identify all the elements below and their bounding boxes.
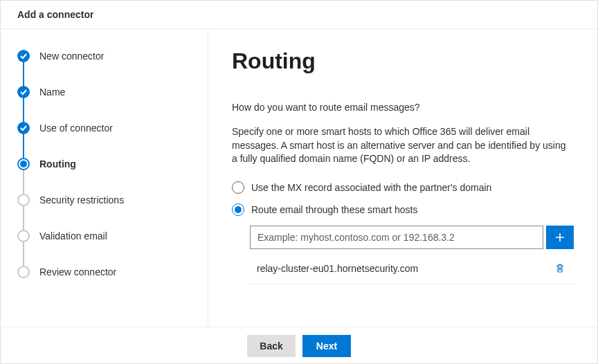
radio-label: Use the MX record associated with the pa… <box>251 182 491 193</box>
step-review-connector[interactable]: Review connector <box>17 266 191 278</box>
step-connector <box>23 206 24 230</box>
future-step-icon <box>17 266 30 278</box>
step-label: Routing <box>39 158 76 170</box>
back-button[interactable]: Back <box>247 335 296 357</box>
wizard-body: New connector Name Use of connector Rout… <box>1 29 597 327</box>
radio-option-mx[interactable]: Use the MX record associated with the pa… <box>232 181 574 194</box>
plus-icon <box>554 232 565 243</box>
trash-icon <box>554 263 565 274</box>
step-connector <box>23 170 24 194</box>
step-label: New connector <box>39 51 104 62</box>
check-circle-icon <box>17 122 30 134</box>
wizard-steps-sidebar: New connector Name Use of connector Rout… <box>1 29 208 327</box>
wizard-header: Add a connector <box>1 1 597 29</box>
step-security-restrictions[interactable]: Security restrictions <box>17 194 191 206</box>
wizard-main-panel: Routing How do you want to route email m… <box>208 29 597 327</box>
check-circle-icon <box>17 86 30 98</box>
step-label: Use of connector <box>39 122 113 134</box>
step-label: Security restrictions <box>39 194 124 206</box>
check-circle-icon <box>17 50 30 62</box>
future-step-icon <box>17 230 30 242</box>
wizard-title: Add a connector <box>17 9 581 20</box>
current-step-icon <box>17 158 30 170</box>
smarthost-list-item: relay-cluster-eu01.hornetsecurity.com <box>250 255 574 284</box>
step-connector <box>23 62 24 86</box>
radio-icon <box>232 181 244 194</box>
smarthost-input[interactable] <box>250 226 543 249</box>
step-connector <box>23 98 24 122</box>
page-heading: Routing <box>232 48 574 74</box>
add-smarthost-button[interactable] <box>546 226 574 249</box>
step-label: Validation email <box>39 230 107 242</box>
smarthost-entry-row <box>250 226 574 249</box>
step-connector <box>23 242 24 266</box>
step-label: Review connector <box>39 266 116 277</box>
step-routing[interactable]: Routing <box>17 158 191 170</box>
step-connector <box>23 134 24 158</box>
routing-description: Specify one or more smart hosts to which… <box>232 125 574 166</box>
step-name[interactable]: Name <box>17 86 191 98</box>
next-button[interactable]: Next <box>302 335 351 357</box>
future-step-icon <box>17 194 30 206</box>
wizard-footer: Back Next <box>1 327 597 364</box>
radio-icon <box>232 203 244 216</box>
radio-option-smarthost[interactable]: Route email through these smart hosts <box>232 203 574 216</box>
step-label: Name <box>39 87 65 98</box>
step-use-of-connector[interactable]: Use of connector <box>17 122 191 134</box>
routing-question: How do you want to route email messages? <box>232 102 574 113</box>
delete-smarthost-button[interactable] <box>552 260 568 277</box>
step-new-connector[interactable]: New connector <box>17 50 191 62</box>
radio-label: Route email through these smart hosts <box>251 204 417 215</box>
smarthost-host-label: relay-cluster-eu01.hornetsecurity.com <box>257 263 552 274</box>
step-validation-email[interactable]: Validation email <box>17 230 191 242</box>
